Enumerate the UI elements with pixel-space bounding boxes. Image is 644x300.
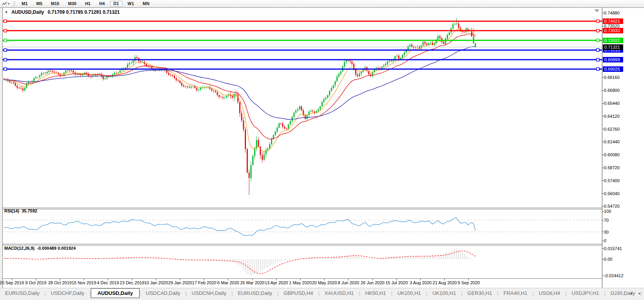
chart-tools-icon[interactable] (1, 1, 7, 7)
timeframe-button-m1[interactable]: M1 (18, 1, 31, 7)
chart-tab[interactable]: USDJPY,H1 (567, 289, 604, 298)
chart-tab[interactable]: FRA40,H1 (499, 289, 533, 298)
timeframe-button-h1[interactable]: H1 (81, 1, 94, 7)
tab-divider: | (624, 291, 626, 296)
tab-scroll-right-button[interactable]: ► (637, 291, 643, 296)
chart-tab[interactable]: USDCNH,Daily (187, 289, 231, 298)
timeframe-button-d1[interactable]: D1 (110, 1, 123, 7)
chart-tab[interactable]: UK100,H1 (392, 289, 426, 298)
timeframe-button-m5[interactable]: M5 (33, 1, 46, 7)
tab-scroll-left-button[interactable]: ◄ (628, 291, 634, 296)
chart-tab[interactable]: XAUUSD,H1 (319, 289, 359, 298)
chart-tab[interactable]: UK100,H1 (427, 289, 461, 298)
chart-tab[interactable]: USDCHF,Daily (46, 289, 90, 298)
chart-plot-area[interactable] (3, 8, 602, 278)
chart-tab[interactable]: EURUSD,Daily (233, 289, 277, 298)
toolbar-grip[interactable] (13, 1, 15, 6)
timeframe-button-m15[interactable]: M15 (48, 1, 63, 7)
chart-tab[interactable]: GBPUSD,H4 (279, 289, 318, 298)
chart-tab[interactable]: GER30,H1 (462, 289, 497, 298)
time-axis[interactable] (3, 279, 602, 288)
timeframe-toolbar: ▾ M1M5M15M30H1H4D1W1MN (0, 0, 644, 7)
timeframe-button-w1[interactable]: W1 (124, 1, 138, 7)
chart-tab[interactable]: USDCAD,Daily (141, 289, 185, 298)
chart-tab[interactable]: USOil,H4 (534, 289, 565, 298)
chart-tab[interactable]: HK50,H1 (360, 289, 391, 298)
chevron-down-icon[interactable]: ▾ (8, 1, 9, 7)
mt4-workspace: ▾ M1M5M15M30H1H4D1W1MN ▼ AUDUSD,Daily 0.… (0, 0, 644, 300)
chart-tab-bar: EURUSD,Daily|USDCHF,Daily|AUDUSD,Daily|U… (0, 288, 644, 298)
timeframe-button-mn[interactable]: MN (139, 1, 153, 7)
price-axis[interactable] (602, 8, 644, 278)
timeframe-button-h4[interactable]: H4 (95, 1, 108, 7)
chart-tab[interactable]: EURUSD,Daily (0, 289, 44, 298)
timeframe-button-m30[interactable]: M30 (64, 1, 80, 7)
chart-tab-active[interactable]: AUDUSD,Daily (91, 288, 139, 298)
